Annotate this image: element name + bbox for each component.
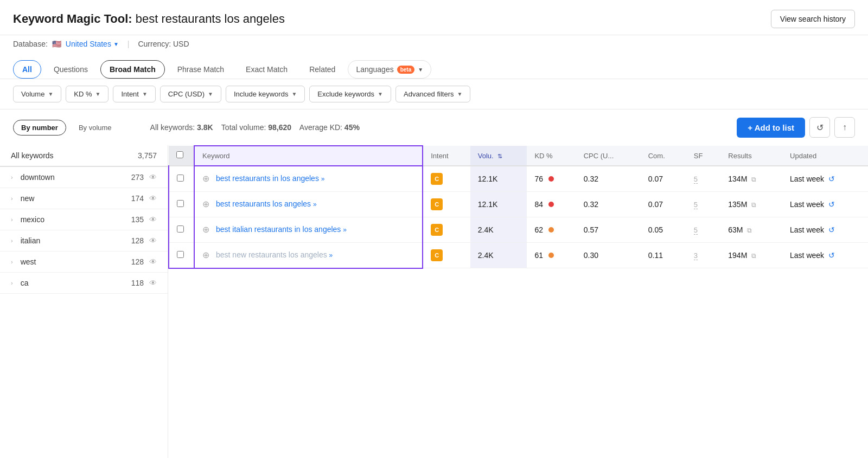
th-cpc[interactable]: CPC (U...: [576, 146, 641, 166]
row-checkbox[interactable]: [177, 175, 184, 182]
table-row: ⊕ best restaurants los angeles » C 12.1K…: [169, 192, 868, 217]
select-all-checkbox[interactable]: [176, 151, 183, 158]
th-volume[interactable]: Volu. ⇅: [470, 146, 527, 166]
include-keywords-filter[interactable]: Include keywords ▼: [226, 86, 305, 102]
exclude-keywords-filter[interactable]: Exclude keywords ▼: [309, 86, 391, 102]
th-intent[interactable]: Intent: [423, 146, 470, 166]
tab-broad-match[interactable]: Broad Match: [100, 60, 165, 79]
chevron-down-icon: ▼: [378, 91, 383, 97]
sf-value[interactable]: 5: [694, 201, 698, 209]
separator: |: [127, 40, 130, 48]
row-checkbox[interactable]: [177, 225, 184, 233]
sidebar-all-label: All keywords: [11, 151, 54, 160]
keyword-count: 3.8K: [197, 123, 213, 132]
eye-icon[interactable]: 👁: [149, 173, 157, 182]
advanced-filters[interactable]: Advanced filters ▼: [395, 86, 470, 102]
th-sf[interactable]: SF: [686, 146, 721, 166]
tab-questions[interactable]: Questions: [44, 60, 97, 79]
tab-all[interactable]: All: [13, 60, 41, 79]
tab-related[interactable]: Related: [300, 60, 344, 79]
subheader: Database: 🇺🇸 United States ▼ | Currency:…: [0, 35, 868, 53]
by-volume-button[interactable]: By volume: [71, 120, 120, 136]
sf-value[interactable]: 5: [694, 175, 698, 184]
sidebar-count: 135: [131, 215, 144, 224]
results-bar: By number By volume All keywords: 3.8K T…: [0, 109, 868, 145]
sidebar-item-downtown[interactable]: › downtown 273 👁: [0, 167, 168, 188]
volume-filter[interactable]: Volume ▼: [13, 86, 61, 102]
kd-dot-red: [548, 176, 554, 182]
by-number-button[interactable]: By number: [13, 120, 66, 136]
add-keyword-icon[interactable]: ⊕: [202, 250, 209, 260]
th-results[interactable]: Results: [720, 146, 782, 166]
refresh-icon[interactable]: ↺: [828, 200, 835, 209]
eye-icon[interactable]: 👁: [149, 236, 157, 245]
refresh-icon: ↺: [816, 122, 824, 133]
refresh-icon[interactable]: ↺: [828, 225, 835, 234]
kd-cell: 62: [527, 217, 576, 243]
results-cell: 135M ⧉: [720, 192, 782, 217]
intent-cell: C: [423, 192, 470, 217]
tab-exact-match[interactable]: Exact Match: [237, 60, 297, 79]
intent-filter[interactable]: Intent ▼: [113, 86, 155, 102]
languages-label: Languages: [356, 65, 393, 74]
eye-icon[interactable]: 👁: [149, 215, 157, 224]
export-button[interactable]: ↑: [834, 117, 855, 138]
tab-languages[interactable]: Languages beta ▼: [348, 60, 431, 79]
th-keyword[interactable]: Keyword: [194, 146, 423, 166]
kd-dot-orange: [548, 227, 554, 233]
add-to-list-button[interactable]: + Add to list: [737, 118, 805, 138]
kd-filter[interactable]: KD % ▼: [66, 86, 108, 102]
sidebar-count: 128: [131, 257, 144, 266]
th-checkbox: [169, 146, 194, 166]
row-checkbox-cell: [169, 243, 194, 268]
results-icon: ⧉: [747, 227, 752, 234]
intent-cell: C: [423, 243, 470, 268]
sf-value[interactable]: 3: [694, 251, 698, 260]
refresh-button[interactable]: ↺: [809, 117, 830, 138]
row-checkbox[interactable]: [177, 200, 184, 207]
keyword-text[interactable]: best new restaurants los angeles »: [216, 250, 333, 261]
eye-icon[interactable]: 👁: [149, 279, 157, 287]
eye-icon[interactable]: 👁: [149, 194, 157, 203]
keyword-arrows: »: [321, 175, 325, 183]
th-com[interactable]: Com.: [641, 146, 686, 166]
sf-cell: 5: [686, 192, 721, 217]
sidebar-count: 128: [131, 236, 144, 245]
sort-icon: ⇅: [497, 153, 502, 159]
intent-badge: C: [431, 173, 443, 185]
keyword-text[interactable]: best restaurants los angeles »: [216, 199, 317, 210]
chevron-right-icon: ›: [11, 195, 13, 202]
results-cell: 63M ⧉: [720, 217, 782, 243]
cpc-filter[interactable]: CPC (USD) ▼: [160, 86, 221, 102]
refresh-icon[interactable]: ↺: [828, 251, 835, 260]
cpc-cell: 0.32: [576, 166, 641, 192]
eye-icon[interactable]: 👁: [149, 257, 157, 266]
th-updated[interactable]: Updated: [782, 146, 868, 166]
view-history-button[interactable]: View search history: [771, 10, 855, 28]
updated-cell: Last week ↺: [782, 243, 868, 268]
volume-cell: 2.4K: [470, 243, 527, 268]
include-keywords-label: Include keywords: [234, 90, 288, 98]
sidebar-item-italian[interactable]: › italian 128 👁: [0, 230, 168, 251]
keyword-table-section: Keyword Intent Volu. ⇅ KD % CPC (U... Co…: [168, 145, 868, 458]
add-keyword-icon[interactable]: ⊕: [202, 173, 209, 184]
filters-bar: Volume ▼ KD % ▼ Intent ▼ CPC (USD) ▼ Inc…: [0, 79, 868, 109]
add-keyword-icon[interactable]: ⊕: [202, 199, 209, 209]
kd-cell: 84: [527, 192, 576, 217]
sidebar-item-new[interactable]: › new 174 👁: [0, 188, 168, 209]
th-kd[interactable]: KD %: [527, 146, 576, 166]
country-selector[interactable]: United States ▼: [66, 40, 119, 48]
sidebar-item-mexico[interactable]: › mexico 135 👁: [0, 209, 168, 230]
keyword-text[interactable]: best italian restaurants in los angeles …: [216, 224, 347, 235]
country-name: United States: [66, 40, 111, 48]
kd-cell: 61: [527, 243, 576, 268]
sidebar-item-west[interactable]: › west 128 👁: [0, 251, 168, 273]
sidebar-item-ca[interactable]: › ca 118 👁: [0, 273, 168, 294]
refresh-icon[interactable]: ↺: [828, 175, 835, 183]
keyword-text[interactable]: best restaurants in los angeles »: [216, 173, 324, 184]
tab-phrase-match[interactable]: Phrase Match: [168, 60, 233, 79]
add-keyword-icon[interactable]: ⊕: [202, 224, 209, 235]
cpc-label: CPC (USD): [168, 90, 205, 98]
sf-value[interactable]: 5: [694, 226, 698, 235]
row-checkbox[interactable]: [177, 251, 184, 258]
